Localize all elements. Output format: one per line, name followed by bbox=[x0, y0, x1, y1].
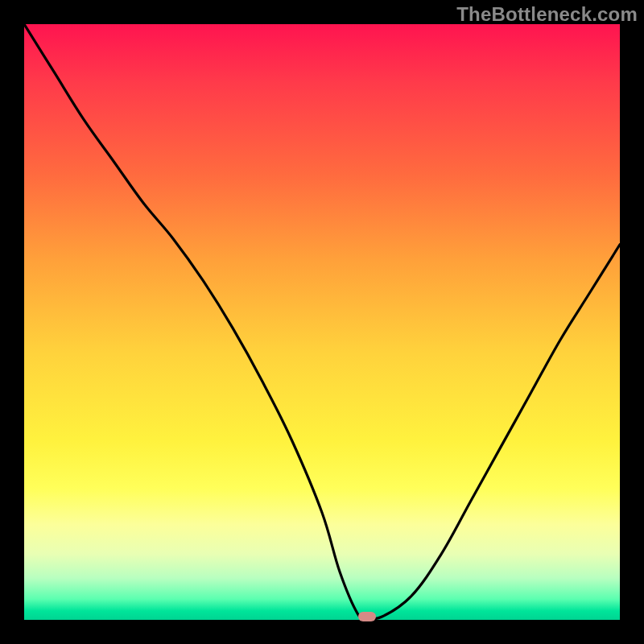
chart-frame: TheBottleneck.com bbox=[0, 0, 644, 644]
optimum-marker bbox=[358, 612, 376, 621]
watermark-label: TheBottleneck.com bbox=[456, 3, 638, 26]
plot-area bbox=[24, 24, 620, 620]
bottleneck-curve bbox=[24, 24, 620, 620]
